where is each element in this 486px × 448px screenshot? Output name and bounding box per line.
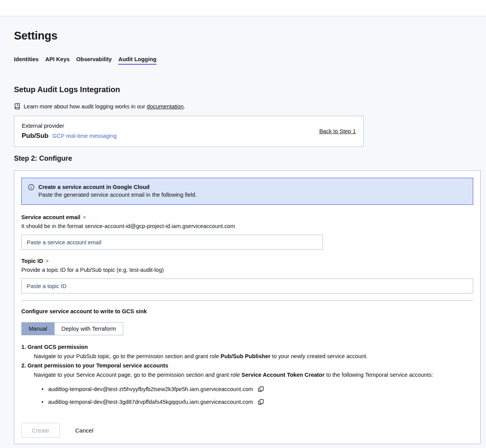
create-button[interactable]: Create — [21, 423, 60, 438]
step-description: Navigate to your PubSub topic, go to the… — [21, 352, 473, 361]
section-title: Setup Audit Logs Integration — [14, 85, 481, 94]
gcs-sink-heading: Configure service account to write to GC… — [21, 308, 473, 314]
service-email-label: Service account email — [21, 214, 80, 220]
step-title: Grant GCS permission — [28, 344, 88, 350]
provider-info: External provider Pub/Sub GCP real-time … — [22, 123, 117, 140]
step-title: Grant permission to your Temporal servic… — [28, 362, 168, 369]
top-bar — [0, 0, 486, 16]
divider — [21, 300, 473, 301]
info-banner-text: Create a service account in Google Cloud… — [38, 183, 197, 199]
service-account-row: • auditlog-temporal-dev@test-3gd87drvpff… — [21, 399, 473, 405]
instruction-list: 1.Grant GCS permission Navigate to your … — [21, 342, 473, 379]
service-account-email: auditlog-temporal-dev@test-3gd87drvpffda… — [48, 399, 253, 405]
cancel-button[interactable]: Cancel — [73, 427, 96, 434]
copy-button[interactable] — [258, 399, 264, 405]
settings-page: Settings Identities API Keys Observabili… — [0, 29, 486, 444]
info-icon — [28, 184, 34, 199]
service-email-label-row: Service account email — [21, 214, 473, 220]
required-dot — [83, 216, 86, 218]
learn-more-text: Learn more about how audit logging works… — [24, 103, 185, 110]
deploy-mode-tabs: Manual Deploy with Terraform — [21, 322, 123, 335]
bullet: • — [41, 399, 43, 405]
copy-icon — [258, 399, 264, 405]
info-banner-title: Create a service account in Google Cloud — [38, 183, 197, 191]
step-number: 2. — [21, 361, 28, 370]
tab-api-keys[interactable]: API Keys — [45, 56, 70, 65]
provider-tagline: GCP real-time messaging — [52, 133, 117, 139]
topic-id-input[interactable] — [21, 278, 473, 294]
tab-audit-logging[interactable]: Audit Logging — [118, 56, 156, 65]
copy-icon — [258, 386, 264, 392]
bullet: • — [41, 386, 43, 392]
provider-row: Pub/Sub GCP real-time messaging — [22, 132, 117, 140]
settings-tabs: Identities API Keys Observability Audit … — [14, 56, 481, 65]
topic-id-label-row: Topic ID — [21, 258, 473, 264]
service-email-input[interactable] — [21, 235, 323, 250]
required-dot — [46, 260, 48, 262]
form-actions: Create Cancel — [21, 423, 473, 438]
tab-deploy-terraform[interactable]: Deploy with Terraform — [54, 323, 123, 335]
instruction-step-2: 2.Grant permission to your Temporal serv… — [21, 361, 473, 379]
service-account-row: • auditlog-temporal-dev@test-zt5hvyyfbyf… — [21, 386, 473, 392]
instruction-step-1: 1.Grant GCS permission Navigate to your … — [21, 342, 473, 361]
info-banner: Create a service account in Google Cloud… — [21, 178, 473, 205]
step2-config-panel: Create a service account in Google Cloud… — [14, 170, 481, 444]
service-email-helper: It should be in the format service-accou… — [21, 223, 473, 229]
topic-id-label: Topic ID — [21, 258, 43, 264]
page-title: Settings — [14, 29, 481, 42]
provider-card: External provider Pub/Sub GCP real-time … — [14, 116, 364, 147]
documentation-link[interactable]: documentation — [147, 103, 184, 110]
info-banner-description: Paste the generated service account emai… — [38, 191, 197, 199]
step-description: Navigate to your Service Account page, g… — [21, 370, 473, 379]
tab-observability[interactable]: Observability — [76, 56, 112, 65]
back-to-step1-link[interactable]: Back to Step 1 — [319, 128, 356, 134]
provider-name: Pub/Sub — [22, 132, 48, 140]
copy-button[interactable] — [258, 386, 264, 392]
book-icon — [14, 103, 21, 110]
tab-manual[interactable]: Manual — [22, 323, 54, 335]
provider-label: External provider — [22, 123, 117, 129]
service-account-email: auditlog-temporal-dev@test-zt5hvyyfbyfb2… — [48, 386, 253, 392]
step-number: 1. — [21, 342, 28, 352]
topic-id-helper: Provide a topic ID for a Pub/Sub topic (… — [21, 267, 473, 273]
learn-more-row: Learn more about how audit logging works… — [14, 103, 481, 110]
step2-title: Step 2: Configure — [14, 154, 481, 163]
tab-identities[interactable]: Identities — [14, 56, 39, 65]
